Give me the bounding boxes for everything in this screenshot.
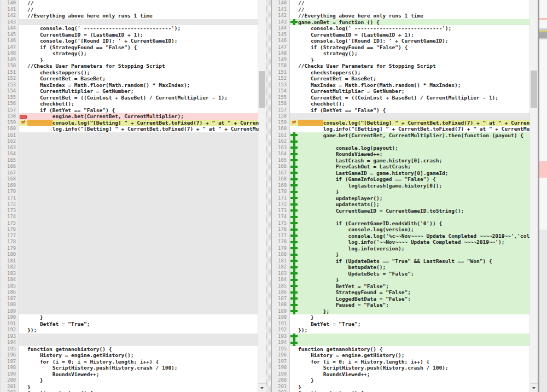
code-row[interactable]: 164 RoundsViewed++; [272, 151, 529, 157]
added-line-icon[interactable] [290, 245, 298, 252]
code-row[interactable]: 172 [1, 201, 259, 208]
code-row[interactable]: 200 } [1, 377, 259, 384]
code-row[interactable]: 148 strategy(); [272, 50, 529, 57]
code-row[interactable]: 161 game.bet(CurrentBet, CurrentMultipli… [272, 132, 529, 139]
code-row[interactable]: 188 [1, 302, 259, 308]
added-line-icon[interactable] [290, 170, 298, 177]
code-row[interactable]: 155 CurrentBet = ((CoinLost + BaseBet) /… [1, 95, 259, 101]
code-row[interactable]: 176 [1, 226, 259, 233]
code-row[interactable]: 181 if (UpdateBets == "True" && LastResu… [272, 258, 529, 265]
code-row[interactable]: 144 console.log(' ----------------------… [272, 25, 529, 32]
code-row[interactable]: 184 } [272, 277, 529, 283]
code-row[interactable]: 170 } [272, 189, 529, 195]
left-scrollbar[interactable] [258, 0, 266, 392]
changed-line-icon[interactable] [290, 120, 298, 126]
code-row[interactable]: 202function strategy() { [272, 390, 529, 392]
code-row[interactable]: 140// [272, 0, 529, 7]
code-row[interactable]: 141// [272, 7, 529, 13]
added-line-icon[interactable] [290, 233, 298, 239]
diff-overview-map[interactable] [539, 0, 547, 392]
code-row[interactable]: 183 UpdateBets = "False"; [272, 271, 529, 277]
added-line-icon[interactable] [290, 340, 298, 346]
code-row[interactable]: 192}); [1, 327, 259, 334]
code-row[interactable]: 190 } [1, 314, 259, 321]
code-row[interactable]: 162 [272, 138, 529, 145]
added-line-icon[interactable] [290, 132, 298, 139]
left-pane[interactable]: 140//141//142//Everything above here onl… [0, 0, 259, 392]
code-row[interactable]: 156 checkbet(); [1, 101, 259, 107]
code-row[interactable]: 167 LastGameID = game.history[0].gameId; [272, 170, 529, 177]
code-row[interactable]: 191 BetYet = "True"; [272, 321, 529, 327]
added-line-icon[interactable] [290, 277, 298, 283]
code-row[interactable]: 146 console.log('[Round ID]: ' + Current… [1, 38, 259, 44]
code-row[interactable]: 153 MaxIndex = Math.floor(Math.random() … [272, 82, 529, 89]
code-row[interactable]: 200 } [272, 377, 529, 384]
code-row[interactable]: 202function strategy() { [1, 390, 259, 392]
overview-diff-mark-1[interactable] [539, 18, 547, 20]
code-row[interactable]: 198 ScriptHistory.push(History.crash / 1… [1, 365, 259, 371]
code-row[interactable]: 189 [1, 308, 259, 315]
code-row[interactable]: 149 } [272, 57, 529, 63]
code-row[interactable]: 157 if (BetYet == "False") { [272, 107, 529, 114]
added-line-icon[interactable] [290, 271, 298, 277]
code-row[interactable]: 193 [272, 334, 529, 340]
pane-splitter[interactable] [266, 0, 272, 392]
code-row[interactable]: 197 for (i = 0; i < History.length; i++)… [1, 359, 259, 365]
added-line-icon[interactable] [290, 208, 298, 214]
code-row[interactable]: 185 BetYet = "False"; [272, 283, 529, 290]
code-row[interactable]: 178 log.info('~~Nov~~~~ Update Completed… [272, 239, 529, 245]
code-row[interactable]: 159 console.log("[Betting] " + CurrentBe… [272, 120, 529, 126]
added-line-icon[interactable] [290, 251, 298, 258]
code-row[interactable]: 165 LastCrash = game.history[0].crash; [272, 157, 529, 164]
code-row[interactable]: 196 History = engine.getHistory(); [272, 352, 529, 359]
code-row[interactable]: 187 [1, 296, 259, 302]
code-row[interactable]: 198 ScriptHistory.push(History.crash / 1… [272, 365, 529, 371]
code-row[interactable]: 186 [1, 289, 259, 296]
added-line-icon[interactable] [290, 189, 298, 195]
code-row[interactable]: 174 [272, 214, 529, 220]
code-row[interactable]: 193 [1, 334, 259, 340]
code-row[interactable]: 173 CurrentGameID = CurrentGameID.toStri… [272, 208, 529, 214]
code-row[interactable]: 166 [1, 163, 259, 170]
added-line-icon[interactable] [290, 19, 298, 26]
code-row[interactable]: 171 [1, 195, 259, 202]
added-line-icon[interactable] [290, 163, 298, 170]
code-row[interactable]: 142//Everything above here only runs 1 t… [1, 13, 259, 19]
right-scrollbar-thumb[interactable] [531, 71, 537, 108]
code-row[interactable]: 192}); [272, 327, 529, 334]
code-row[interactable]: 179 [1, 245, 259, 252]
code-row[interactable]: 177 [1, 233, 259, 239]
code-row[interactable]: 165 [1, 157, 259, 164]
code-row[interactable]: 187 LoggedBetData = "False"; [272, 296, 529, 302]
code-row[interactable]: 174 [1, 214, 259, 220]
overview-diff-mark-2[interactable] [539, 161, 547, 178]
added-line-icon[interactable] [290, 145, 298, 151]
code-row[interactable]: 148 strategy(); [1, 50, 259, 57]
code-row[interactable]: 201} [1, 384, 259, 390]
code-row[interactable]: 140// [1, 0, 259, 7]
code-row[interactable]: 175 [1, 220, 259, 227]
code-row[interactable]: 169 [1, 183, 259, 189]
code-row[interactable]: 169 loglastcrash(game.history[0]); [272, 183, 529, 189]
added-line-icon[interactable] [290, 264, 298, 271]
added-line-icon[interactable] [290, 151, 298, 157]
code-row[interactable]: 163 [1, 145, 259, 151]
code-row[interactable]: 149 } [1, 57, 259, 63]
code-row[interactable]: 167 [1, 170, 259, 177]
code-row[interactable]: 141// [1, 7, 259, 13]
code-row[interactable]: 157 if (BetYet == "False") { [1, 107, 259, 114]
added-line-icon[interactable] [290, 308, 298, 315]
code-row[interactable]: 178 [1, 239, 259, 245]
code-row[interactable]: 173 [1, 208, 259, 214]
code-row[interactable]: 159 console.log("[Betting] " + CurrentBe… [1, 120, 259, 126]
code-row[interactable]: 152 CurrentBet = BaseBet; [1, 75, 259, 82]
added-line-icon[interactable] [290, 214, 298, 220]
code-row[interactable]: 142//Everything above here only runs 1 t… [272, 13, 529, 19]
added-line-icon[interactable] [290, 302, 298, 308]
code-row[interactable]: 170 [1, 189, 259, 195]
code-row[interactable]: 180 } [272, 251, 529, 258]
overview-beyond-eof[interactable] [539, 230, 547, 392]
code-row[interactable]: 160 log.info("[Betting] " + CurrentBet.t… [272, 126, 529, 132]
code-row[interactable]: 147 if (StrategyFound == "False") { [1, 44, 259, 51]
code-row[interactable]: 162 [1, 138, 259, 145]
